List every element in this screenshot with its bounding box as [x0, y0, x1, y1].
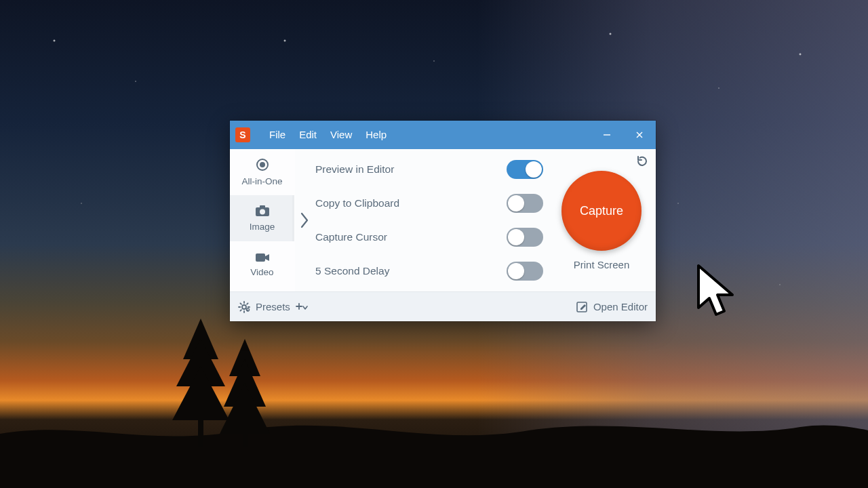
option-copy-to-clipboard: Copy to Clipboard	[315, 192, 543, 214]
snagit-capture-window: S File Edit View Help	[230, 121, 656, 321]
tab-image[interactable]: Image	[230, 195, 294, 241]
titlebar: S File Edit View Help	[230, 121, 656, 149]
menu-bar: File Edit View Help	[262, 121, 393, 149]
option-delay-label: 5 Second Delay	[315, 265, 389, 277]
minimize-button[interactable]	[591, 121, 623, 149]
gear-icon[interactable]	[238, 301, 250, 313]
open-editor-label: Open Editor	[593, 301, 648, 312]
menu-view[interactable]: View	[323, 121, 359, 149]
svg-line-16	[240, 303, 241, 304]
camera-icon	[255, 205, 270, 219]
svg-line-18	[247, 303, 248, 304]
reset-icon[interactable]	[635, 155, 649, 171]
capture-shortcut-label[interactable]: Print Screen	[574, 259, 630, 270]
toggle-capture-cursor[interactable]	[507, 228, 543, 247]
svg-rect-10	[256, 253, 265, 262]
tab-video[interactable]: Video	[230, 241, 294, 287]
add-preset-button[interactable]	[296, 303, 308, 311]
menu-edit[interactable]: Edit	[292, 121, 323, 149]
svg-line-19	[240, 310, 241, 311]
capture-button[interactable]: Capture	[561, 171, 642, 251]
capture-options: Preview in Editor Copy to Clipboard Capt…	[314, 149, 547, 291]
desktop-wallpaper: S File Edit View Help	[0, 0, 868, 488]
option-capture-cursor: Capture Cursor	[315, 226, 543, 248]
capture-panel: Capture Print Screen	[547, 149, 656, 291]
svg-point-11	[242, 305, 246, 309]
svg-point-20	[247, 308, 250, 311]
tab-all-in-one[interactable]: All-in-One	[230, 149, 294, 195]
svg-point-6	[260, 162, 265, 167]
tab-all-in-one-label: All-in-One	[241, 176, 282, 186]
tab-image-label: Image	[250, 222, 275, 232]
option-clipboard-label: Copy to Clipboard	[315, 197, 399, 209]
open-editor-button[interactable]: Open Editor	[576, 301, 648, 313]
capture-button-label: Capture	[580, 204, 623, 218]
menu-file[interactable]: File	[262, 121, 292, 149]
toggle-preview-in-editor[interactable]	[507, 160, 543, 179]
target-icon	[256, 158, 269, 174]
close-button[interactable]	[623, 121, 656, 149]
option-cursor-label: Capture Cursor	[315, 231, 387, 243]
tab-video-label: Video	[250, 267, 273, 277]
footer-bar: Presets Open Editor	[230, 291, 656, 321]
capture-type-sidebar: All-in-One Image Video	[230, 149, 295, 291]
horizon-silhouette	[0, 393, 868, 488]
menu-help[interactable]: Help	[359, 121, 393, 149]
presets-button[interactable]: Presets	[256, 301, 290, 312]
svg-rect-8	[260, 205, 265, 208]
svg-point-9	[260, 209, 265, 215]
toggle-5-second-delay[interactable]	[507, 262, 543, 281]
expand-chevron-icon[interactable]	[295, 149, 314, 291]
mouse-cursor-icon	[696, 263, 739, 324]
toggle-copy-to-clipboard[interactable]	[507, 194, 543, 213]
app-logo-icon: S	[235, 127, 250, 142]
window-controls	[591, 121, 656, 149]
option-preview-in-editor: Preview in Editor	[315, 159, 543, 180]
video-icon	[255, 252, 270, 264]
edit-icon	[576, 301, 588, 313]
option-preview-label: Preview in Editor	[315, 163, 394, 176]
option-5-second-delay: 5 Second Delay	[315, 260, 543, 282]
